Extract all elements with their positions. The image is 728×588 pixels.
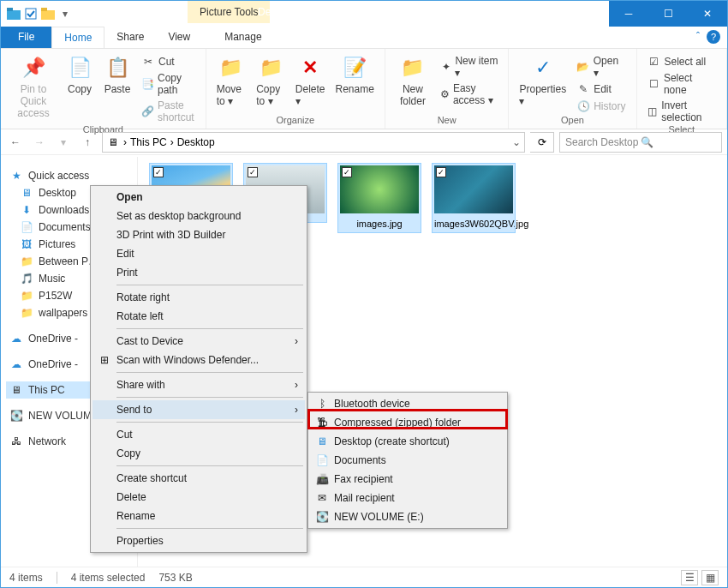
tab-manage[interactable]: Manage xyxy=(212,27,273,48)
sendto-compressed[interactable]: 🗜Compressed (zipped) folder xyxy=(310,413,505,432)
crumb-this-pc[interactable]: This PC xyxy=(130,136,167,148)
music-icon: 🎵 xyxy=(20,272,33,285)
details-view-button[interactable]: ☰ xyxy=(681,570,698,585)
ribbon-tabs: File Home Share View Manage ˆ ? xyxy=(1,27,727,49)
group-label-new: New xyxy=(438,115,456,127)
ctx-send-to[interactable]: Send to› xyxy=(92,400,305,419)
folder-icon: 📁 xyxy=(20,306,33,320)
thumbnail-3: ✓ xyxy=(340,165,419,213)
ctx-share-with[interactable]: Share with› xyxy=(92,375,305,394)
paste-icon: 📋 xyxy=(104,54,131,81)
checkbox-icon[interactable]: ✓ xyxy=(436,167,446,177)
invert-selection-button[interactable]: ◫Invert selection xyxy=(644,99,720,124)
properties-button[interactable]: ✓Properties ▾ xyxy=(516,52,570,109)
checkbox-icon[interactable]: ✓ xyxy=(153,167,164,177)
recent-dropdown-button[interactable]: ▾ xyxy=(54,133,73,152)
pc-icon: 🖥 xyxy=(9,383,23,397)
rename-button[interactable]: 📝Rename xyxy=(332,52,378,97)
address-bar[interactable]: 🖥› This PC› Desktop ⌄ xyxy=(102,132,525,153)
ribbon-collapse-button[interactable]: ˆ xyxy=(696,31,700,43)
forward-button[interactable]: → xyxy=(30,133,49,152)
select-all-button[interactable]: ☑Select all xyxy=(644,54,720,69)
select-none-button[interactable]: ☐Select none xyxy=(644,71,720,97)
qat-overflow-icon[interactable]: ▾ xyxy=(57,6,73,21)
cut-button[interactable]: ✂Cut xyxy=(138,54,199,69)
sendto-mail[interactable]: ✉Mail recipient xyxy=(310,489,505,507)
folder-icon: 📁 xyxy=(20,289,33,303)
ctx-open[interactable]: Open xyxy=(92,188,305,207)
open-icon: 📂 xyxy=(576,60,590,74)
address-dropdown-button[interactable]: ⌄ xyxy=(512,136,521,148)
open-button[interactable]: 📂Open ▾ xyxy=(573,54,629,80)
ctx-rotate-right[interactable]: Rotate right xyxy=(92,288,305,307)
ctx-rotate-left[interactable]: Rotate left xyxy=(92,307,305,326)
checkbox-icon[interactable]: ✓ xyxy=(342,167,352,177)
tree-quick-access[interactable]: ★Quick access xyxy=(6,167,132,184)
copy-button[interactable]: 📄Copy xyxy=(63,52,97,97)
pin-quick-access-button[interactable]: 📌Pin to Quick access xyxy=(8,52,59,121)
properties-icon: ✓ xyxy=(529,54,557,81)
search-input[interactable]: Search Desktop 🔍 xyxy=(559,132,722,153)
delete-button[interactable]: ✕Delete ▾ xyxy=(292,52,329,109)
tab-share[interactable]: Share xyxy=(104,27,156,48)
onedrive-icon: ☁ xyxy=(9,357,23,371)
copy-to-button[interactable]: 📁Copy to ▾ xyxy=(253,52,289,109)
ctx-delete[interactable]: Delete xyxy=(92,488,305,507)
help-icon[interactable]: ? xyxy=(707,30,720,44)
search-icon: 🔍 xyxy=(641,136,716,148)
back-button[interactable]: ← xyxy=(6,133,25,152)
file-name-4: images3W602QBV.jpg xyxy=(433,215,515,232)
thumbnails-view-button[interactable]: ▦ xyxy=(701,570,719,585)
file-item-3[interactable]: ✓ images.jpg xyxy=(338,164,421,232)
sendto-desktop-shortcut[interactable]: 🖥Desktop (create shortcut) xyxy=(310,432,505,451)
ctx-properties[interactable]: Properties xyxy=(92,531,305,550)
edit-button[interactable]: ✎Edit xyxy=(573,81,629,97)
ctx-3d-print[interactable]: 3D Print with 3D Builder xyxy=(92,225,305,244)
sendto-documents[interactable]: 📄Documents xyxy=(310,451,505,470)
ctx-rename[interactable]: Rename xyxy=(92,507,305,525)
chevron-right-icon: › xyxy=(295,404,298,416)
rename-icon: 📝 xyxy=(341,54,368,81)
ctx-set-background[interactable]: Set as desktop background xyxy=(92,207,305,225)
copy-path-button[interactable]: 📑Copy path xyxy=(138,71,199,97)
folder-icon: 📁 xyxy=(20,255,33,268)
paste-shortcut-button[interactable]: 🔗Paste shortcut xyxy=(138,99,199,124)
svg-rect-0 xyxy=(7,10,21,20)
crumb-desktop[interactable]: Desktop xyxy=(177,136,215,148)
up-button[interactable]: ↑ xyxy=(78,133,97,152)
paste-button[interactable]: 📋Paste xyxy=(100,52,134,97)
ctx-create-shortcut[interactable]: Create shortcut xyxy=(92,469,305,488)
ctx-copy[interactable]: Copy xyxy=(92,444,305,463)
new-item-button[interactable]: ✦New item ▾ xyxy=(437,54,502,80)
qat-folder-icon[interactable] xyxy=(40,6,56,21)
drive-icon: 💽 xyxy=(9,409,23,423)
tab-file[interactable]: File xyxy=(1,27,51,48)
sendto-fax[interactable]: 📠Fax recipient xyxy=(310,470,505,489)
tab-view[interactable]: View xyxy=(156,27,202,48)
ctx-edit[interactable]: Edit xyxy=(92,244,305,263)
tab-home[interactable]: Home xyxy=(51,27,104,48)
file-item-4[interactable]: ✓ images3W602QBV.jpg xyxy=(433,164,515,232)
easy-access-button[interactable]: ⚙Easy access ▾ xyxy=(437,81,502,107)
ctx-scan-defender[interactable]: ⊞Scan with Windows Defender... xyxy=(92,351,305,369)
sendto-bluetooth[interactable]: ᛒBluetooth device xyxy=(310,394,505,413)
minimize-button[interactable]: ─ xyxy=(609,1,648,27)
ctx-cast-to-device[interactable]: Cast to Device› xyxy=(92,332,305,351)
maximize-button[interactable]: ☐ xyxy=(648,1,688,27)
move-to-button[interactable]: 📁Move to ▾ xyxy=(213,52,250,109)
checkbox-icon[interactable]: ✓ xyxy=(248,167,258,177)
history-button[interactable]: 🕓History xyxy=(573,99,629,114)
select-all-icon: ☑ xyxy=(647,55,661,69)
ctx-print[interactable]: Print xyxy=(92,263,305,282)
title-bar: ▾ Picture Tools Desktop ─ ☐ ✕ xyxy=(1,1,727,27)
refresh-button[interactable]: ⟳ xyxy=(530,132,554,153)
group-label-organize: Organize xyxy=(276,115,314,127)
qat-checkbox-icon[interactable] xyxy=(23,6,39,21)
chevron-right-icon: › xyxy=(295,379,298,391)
new-folder-button[interactable]: 📁New folder xyxy=(392,52,433,109)
close-button[interactable]: ✕ xyxy=(688,1,727,27)
ctx-cut[interactable]: Cut xyxy=(92,425,305,444)
sendto-new-volume[interactable]: 💽NEW VOLUME (E:) xyxy=(310,507,505,526)
cut-icon: ✂ xyxy=(141,55,155,69)
context-menu-sendto: ᛒBluetooth device 🗜Compressed (zipped) f… xyxy=(307,392,508,529)
